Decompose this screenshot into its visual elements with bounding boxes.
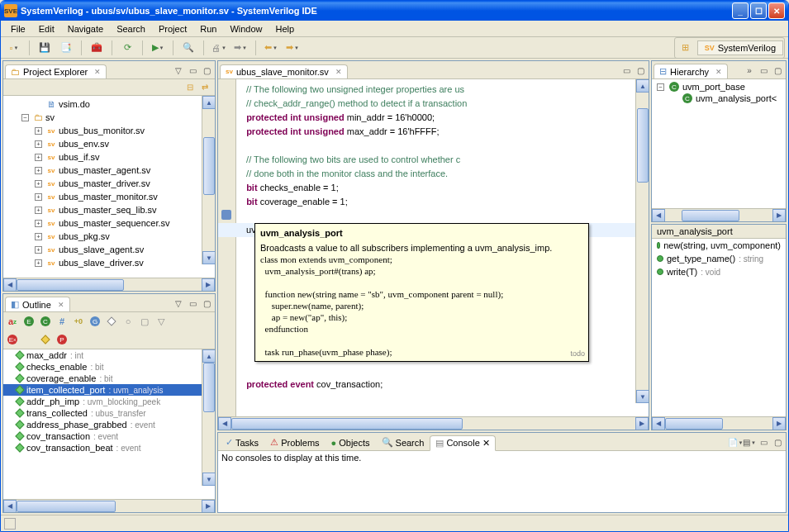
tab-console[interactable]: ▤Console✕ [430, 435, 495, 451]
outline-item[interactable]: item_collected_port : uvm_analysis [3, 384, 215, 396]
expand-icon[interactable]: + [35, 220, 42, 227]
member-item[interactable]: get_type_name(): string [652, 252, 786, 265]
view-menu-button[interactable]: ▽ [172, 297, 185, 311]
tab-search[interactable]: 🔍Search [376, 435, 430, 450]
tree-item[interactable]: +svubus_slave_driver.sv [5, 256, 213, 269]
close-icon[interactable]: ✕ [335, 68, 342, 76]
close-icon[interactable]: ✕ [715, 68, 722, 76]
expand-icon[interactable]: + [35, 140, 42, 148]
back-button[interactable]: ⬅▼ [261, 39, 281, 57]
expand-icon[interactable]: + [35, 193, 42, 201]
outline-item[interactable]: coverage_enable : bit [3, 373, 215, 384]
tree-item[interactable]: 🗎vsim.do [5, 97, 213, 111]
tab-hierarchy[interactable]: ⊟ Hierarchy ✕ [654, 64, 728, 78]
code-line[interactable]: // check_addr_range() method to detect i… [241, 97, 642, 111]
tree-item[interactable]: +svubus_master_monitor.sv [5, 190, 213, 203]
expand-icon[interactable]: + [35, 246, 42, 254]
menu-file[interactable]: File [4, 22, 32, 36]
collapse-icon[interactable]: − [657, 83, 664, 91]
new-button[interactable]: ▫▼ [4, 39, 24, 57]
maximize-view-button[interactable]: ▢ [634, 64, 647, 78]
display-console-button[interactable]: ▤▼ [743, 436, 756, 449]
code-line[interactable]: // done both in the monitor class and th… [241, 167, 642, 181]
filter-ex-button[interactable]: Ex [5, 332, 20, 347]
maximize-view-button[interactable]: ▢ [200, 64, 213, 78]
expand-icon[interactable]: + [35, 154, 42, 161]
menu-run[interactable]: Run [193, 22, 223, 36]
code-line[interactable]: // The following two unsigned integer pr… [241, 83, 642, 97]
minimize-view-button[interactable]: ▭ [186, 64, 199, 78]
hierarchy-item[interactable]: Cuvm_analysis_port< [654, 93, 784, 104]
expand-icon[interactable]: + [35, 127, 42, 135]
tree-item[interactable]: +svubus_master_driver.sv [5, 177, 213, 190]
menu-search[interactable]: Search [110, 22, 152, 36]
perspective-systemverilog[interactable]: SV SystemVerilog [697, 40, 783, 55]
tab-project-explorer[interactable]: 🗀 Project Explorer ✕ [5, 64, 107, 78]
filter-p-button[interactable]: P [55, 332, 69, 347]
expand-icon[interactable]: + [35, 259, 42, 267]
code-line[interactable] [241, 363, 642, 378]
tab-outline[interactable]: ◧ Outline ✕ [5, 297, 70, 311]
filter-g-button[interactable]: G [88, 314, 102, 329]
forward-button[interactable]: ➡▼ [283, 39, 302, 57]
hierarchy-item[interactable]: −Cuvm_port_base [654, 81, 784, 93]
expand-icon[interactable]: + [35, 233, 42, 240]
open-console-button[interactable]: 📄▼ [729, 436, 742, 449]
menu-help[interactable]: Help [269, 22, 302, 36]
expand-icon[interactable]: + [35, 207, 42, 214]
outline-item[interactable]: trans_collected : ubus_transfer [3, 407, 215, 419]
tree-item[interactable]: +svubus_env.sv [5, 137, 213, 150]
code-line[interactable]: // The following two bits are used to co… [241, 153, 642, 167]
build-button[interactable]: 🧰 [87, 39, 107, 57]
filter-plus0-button[interactable]: +0 [71, 314, 86, 329]
minimize-view-button[interactable]: ▭ [186, 297, 199, 311]
filter-e-button[interactable]: E [21, 314, 36, 329]
menu-window[interactable]: Window [223, 22, 269, 36]
menu-edit[interactable]: Edit [32, 22, 61, 36]
menu-navigate[interactable]: Navigate [61, 22, 110, 36]
sort-button[interactable]: az [5, 314, 20, 329]
code-line[interactable] [241, 209, 642, 223]
close-icon[interactable]: ✕ [58, 301, 64, 309]
expand-icon[interactable]: + [35, 167, 42, 174]
maximize-button[interactable]: ☐ [750, 2, 767, 19]
outline-item[interactable]: cov_transaction : event [3, 430, 215, 442]
tree-item[interactable]: +svubus_bus_monitor.sv [5, 124, 213, 137]
minimize-view-button[interactable]: ▭ [757, 64, 770, 78]
code-line[interactable]: protected int unsigned max_addr = 16'hFF… [241, 125, 642, 139]
maximize-view-button[interactable]: ▢ [771, 436, 784, 449]
menu-project[interactable]: Project [152, 22, 193, 36]
collapse-all-button[interactable]: ⊟ [183, 81, 197, 94]
code-line[interactable]: bit checks_enable = 1; [241, 181, 642, 195]
code-line[interactable]: protected int unsigned min_addr = 16'h00… [241, 111, 642, 125]
code-line[interactable]: bit coverage_enable = 1; [241, 195, 642, 209]
search-button[interactable]: 🔍 [178, 39, 198, 57]
tree-item[interactable]: +svubus_master_sequencer.sv [5, 216, 213, 230]
close-icon[interactable]: ✕ [482, 438, 490, 449]
filter-c-button[interactable]: C [38, 314, 53, 329]
tab-problems[interactable]: ⚠Problems [264, 435, 325, 450]
view-menu-button[interactable]: ▽ [172, 64, 185, 78]
tree-item[interactable]: +svubus_master_seq_lib.sv [5, 203, 213, 216]
action2-button[interactable]: ➡▼ [231, 39, 250, 57]
collapse-icon[interactable]: − [21, 114, 29, 121]
tree-item[interactable]: +svubus_if.sv [5, 150, 213, 164]
filter-box-button[interactable]: ▢ [137, 314, 152, 329]
print-button[interactable]: 🖨▼ [209, 39, 229, 57]
tab-objects[interactable]: ●Objects [326, 435, 376, 450]
chevron-button[interactable]: » [743, 64, 756, 78]
save-all-button[interactable]: 📑 [56, 39, 76, 57]
tree-item[interactable]: +svubus_slave_agent.sv [5, 243, 213, 256]
refresh-button[interactable]: ⟳ [117, 39, 137, 57]
close-button[interactable]: ✕ [768, 2, 785, 19]
maximize-view-button[interactable]: ▢ [200, 297, 213, 311]
open-perspective-button[interactable]: ⊞ [676, 39, 696, 57]
filter-diamond2-button[interactable] [38, 332, 53, 347]
tree-item[interactable]: +svubus_master_agent.sv [5, 164, 213, 177]
tree-item[interactable]: −🗀sv [5, 111, 213, 124]
outline-item[interactable]: checks_enable : bit [3, 361, 215, 373]
filter-v-button[interactable]: ▽ [154, 314, 169, 329]
code-line[interactable] [241, 139, 642, 153]
outline-item[interactable]: max_addr : int [3, 349, 215, 361]
outline-item[interactable]: addr_ph_imp : uvm_blocking_peek [3, 396, 215, 407]
